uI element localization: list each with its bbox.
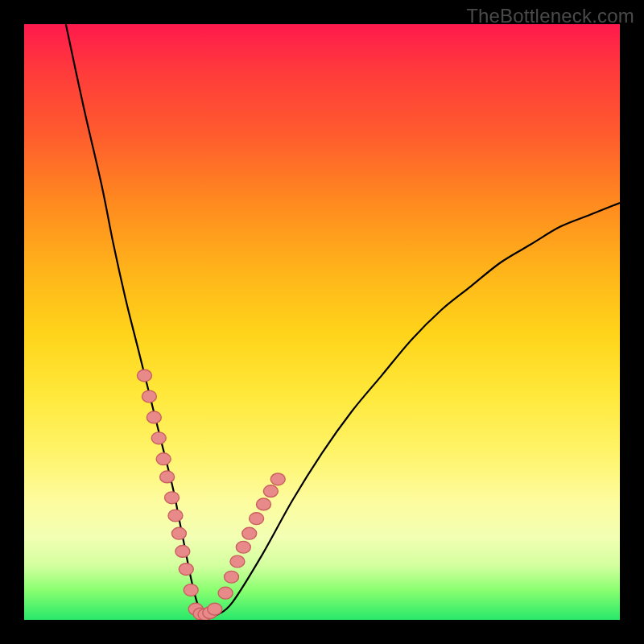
data-marker xyxy=(171,527,186,539)
data-marker xyxy=(208,603,222,615)
plot-area xyxy=(24,24,620,620)
data-marker xyxy=(250,513,264,525)
watermark-text: TheBottleneck.com xyxy=(466,5,634,27)
data-marker xyxy=(175,546,190,558)
chart-svg xyxy=(24,24,620,620)
data-marker xyxy=(142,390,156,402)
data-marker xyxy=(225,571,239,583)
data-marker xyxy=(160,471,175,483)
data-marker xyxy=(168,510,183,522)
data-marker xyxy=(184,584,198,597)
data-marker xyxy=(151,432,166,444)
data-marker xyxy=(147,411,161,423)
data-marker xyxy=(242,527,257,539)
data-marker xyxy=(156,453,171,465)
bottleneck-curve xyxy=(66,24,620,617)
data-marker xyxy=(179,564,193,576)
data-marker xyxy=(270,473,285,485)
chart-frame: TheBottleneck.com xyxy=(0,0,644,644)
data-marker xyxy=(218,587,233,599)
data-marker xyxy=(236,541,250,553)
data-marker xyxy=(137,369,151,382)
data-marker xyxy=(256,498,270,510)
data-marker xyxy=(165,492,180,504)
data-marker xyxy=(230,555,245,568)
data-marker xyxy=(263,485,278,497)
